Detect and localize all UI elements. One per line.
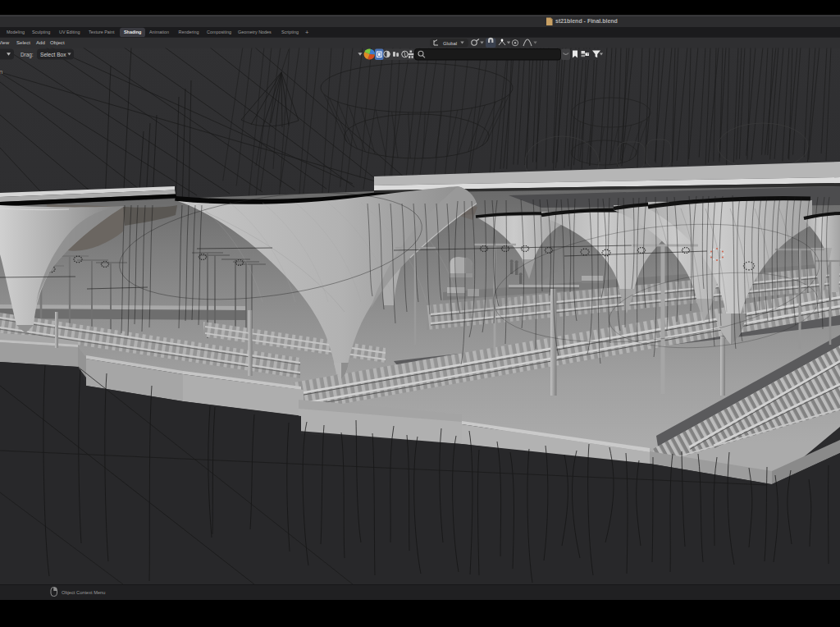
svg-text:Add: Add [36, 39, 45, 45]
svg-text:Global: Global [443, 41, 457, 46]
svg-text:Select Box: Select Box [40, 52, 66, 57]
svg-text:+: + [305, 29, 309, 36]
svg-text:n: n [0, 68, 2, 76]
svg-text:View: View [0, 39, 10, 45]
svg-text:Sculpting: Sculpting [32, 30, 50, 34]
svg-text:Object: Object [50, 39, 65, 45]
svg-text:Object Context Menu: Object Context Menu [62, 590, 105, 595]
svg-text:Scripting: Scripting [281, 30, 299, 34]
svg-text:Texture Paint: Texture Paint [89, 30, 115, 34]
svg-text:Modeling: Modeling [7, 30, 25, 34]
svg-text:Geometry Nodes: Geometry Nodes [238, 30, 272, 34]
svg-text:Rendering: Rendering [179, 30, 199, 34]
svg-text:Select: Select [16, 39, 30, 45]
svg-text:st21blend - Final.blend: st21blend - Final.blend [555, 18, 618, 24]
svg-text:Animation: Animation [149, 30, 169, 34]
svg-text:UV Editing: UV Editing [59, 30, 80, 34]
svg-text:Drag:: Drag: [21, 52, 34, 58]
svg-text:Shading: Shading [124, 30, 141, 34]
svg-text:Compositing: Compositing [207, 30, 231, 34]
